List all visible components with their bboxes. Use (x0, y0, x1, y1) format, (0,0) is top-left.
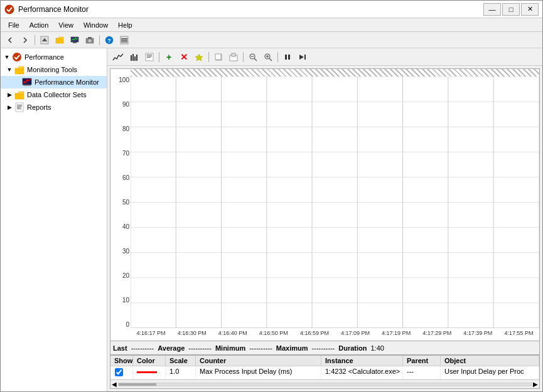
svg-marker-32 (195, 54, 203, 61)
sidebar-item-reports[interactable]: ▶ Reports (1, 101, 107, 114)
svg-rect-44 (285, 55, 287, 60)
settings-button[interactable] (117, 34, 131, 46)
highlight-button[interactable] (192, 51, 206, 63)
minimize-button[interactable]: — (483, 3, 501, 16)
expand-reports[interactable]: ▶ (6, 103, 13, 111)
reports-icon (14, 102, 24, 112)
average-label: Average (158, 344, 185, 352)
paste-button[interactable] (227, 51, 240, 63)
menu-file[interactable]: File (3, 20, 24, 30)
average-value: ---------- (188, 344, 212, 352)
sidebar-label-data-collector: Data Collector Sets (27, 91, 87, 98)
menu-view[interactable]: View (53, 20, 78, 30)
svg-rect-17 (23, 85, 31, 86)
td-parent: --- (403, 366, 441, 379)
histogram-button[interactable] (127, 51, 141, 63)
y-label-50: 50 (110, 199, 129, 206)
skip-button[interactable] (296, 51, 309, 63)
sidebar-item-monitoring-tools[interactable]: ▼ Monitoring Tools (1, 63, 107, 76)
scrollbar-track[interactable] (118, 383, 532, 386)
chart-toolbar-sep1 (159, 52, 159, 62)
y-label-70: 70 (110, 150, 129, 157)
chart-type-button[interactable] (110, 51, 126, 63)
svg-rect-12 (121, 40, 127, 41)
th-parent: Parent (403, 356, 441, 366)
y-label-100: 100 (110, 77, 129, 83)
minimum-value: ---------- (249, 344, 272, 352)
expand-performance[interactable]: ▼ (3, 53, 11, 61)
stats-bar: Last ---------- Average ---------- Minim… (110, 341, 540, 355)
svg-rect-31 (147, 57, 151, 58)
title-bar-left: Performance Monitor (4, 4, 89, 14)
scrollbar-hint: ◀ ▶ (110, 379, 539, 388)
scroll-right-arrow[interactable]: ▶ (533, 381, 538, 388)
zoom-in-button[interactable] (261, 51, 275, 63)
table-header: Show Color Scale Counter Instance Parent… (110, 356, 539, 366)
close-button[interactable]: ✕ (521, 3, 539, 16)
chart-toolbar: + ✕ (107, 48, 542, 66)
chart-toolbar-sep2 (208, 52, 209, 62)
add-counter-button[interactable]: + (162, 51, 176, 63)
menu-action[interactable]: Action (24, 20, 54, 30)
back-button[interactable] (3, 34, 17, 46)
pause-button[interactable] (281, 51, 294, 63)
x-label-9: 4:17:55 PM (498, 330, 539, 341)
show-checkbox[interactable] (115, 368, 123, 376)
x-label-3: 4:16:50 PM (253, 330, 294, 341)
y-label-40: 40 (110, 223, 129, 230)
menu-help[interactable]: Help (113, 20, 137, 30)
help-button[interactable]: ? (102, 34, 116, 46)
copy-data-button[interactable] (212, 51, 225, 63)
delete-counter-button[interactable]: ✕ (177, 51, 191, 63)
svg-point-0 (5, 5, 14, 14)
y-label-20: 20 (110, 272, 129, 279)
x-label-4: 4:16:59 PM (294, 330, 335, 341)
sidebar-item-performance[interactable]: ▼ Performance (1, 51, 107, 63)
expand-monitoring-tools[interactable]: ▼ (6, 66, 13, 73)
svg-rect-30 (147, 56, 152, 56)
svg-rect-23 (17, 109, 21, 109)
y-label-90: 90 (110, 101, 129, 108)
svg-rect-20 (17, 105, 22, 105)
th-scale: Scale (166, 356, 196, 366)
sidebar-item-data-collector[interactable]: ▶ Data Collector Sets (1, 88, 107, 101)
camera-button[interactable] (83, 34, 97, 46)
svg-rect-15 (15, 68, 24, 74)
monitoring-tools-icon (14, 65, 24, 75)
monitor-button[interactable] (68, 34, 82, 46)
report-type-button[interactable] (142, 51, 156, 63)
zoom-out-button[interactable] (246, 51, 260, 63)
svg-point-6 (89, 39, 92, 42)
counter-table: Show Color Scale Counter Instance Parent… (110, 355, 540, 389)
sidebar-item-perf-monitor[interactable]: ▶ Performance Monitor (1, 76, 107, 88)
x-label-0: 4:16:17 PM (131, 330, 171, 341)
last-label: Last (113, 344, 127, 352)
svg-rect-45 (288, 55, 290, 60)
scrollbar-thumb[interactable] (119, 383, 156, 386)
window-title: Performance Monitor (18, 5, 89, 14)
y-label-30: 30 (110, 248, 129, 255)
x-label-7: 4:17:29 PM (417, 330, 458, 341)
forward-button[interactable] (18, 34, 32, 46)
svg-line-41 (269, 58, 272, 61)
duration-value: 1:40 (370, 344, 384, 352)
svg-rect-47 (304, 55, 306, 60)
td-counter: Max Process Input Delay (ms) (196, 366, 321, 379)
svg-rect-29 (147, 55, 152, 55)
th-counter: Counter (196, 356, 321, 366)
scroll-left-arrow[interactable]: ◀ (112, 381, 117, 388)
performance-icon (12, 52, 22, 62)
chart-toolbar-sep4 (277, 52, 278, 62)
svg-rect-27 (136, 55, 137, 61)
svg-rect-7 (88, 37, 92, 39)
folder-button[interactable] (53, 34, 67, 46)
window-icon (4, 4, 14, 14)
minimum-label: Minimum (215, 344, 245, 352)
svg-rect-24 (131, 55, 132, 61)
menu-window[interactable]: Window (78, 20, 113, 30)
up-button[interactable] (38, 34, 51, 46)
title-bar: Performance Monitor — □ ✕ (1, 1, 542, 18)
expand-data-collector[interactable]: ▶ (6, 91, 13, 98)
maximize-button[interactable]: □ (502, 3, 520, 16)
sidebar-label-reports: Reports (27, 103, 51, 111)
